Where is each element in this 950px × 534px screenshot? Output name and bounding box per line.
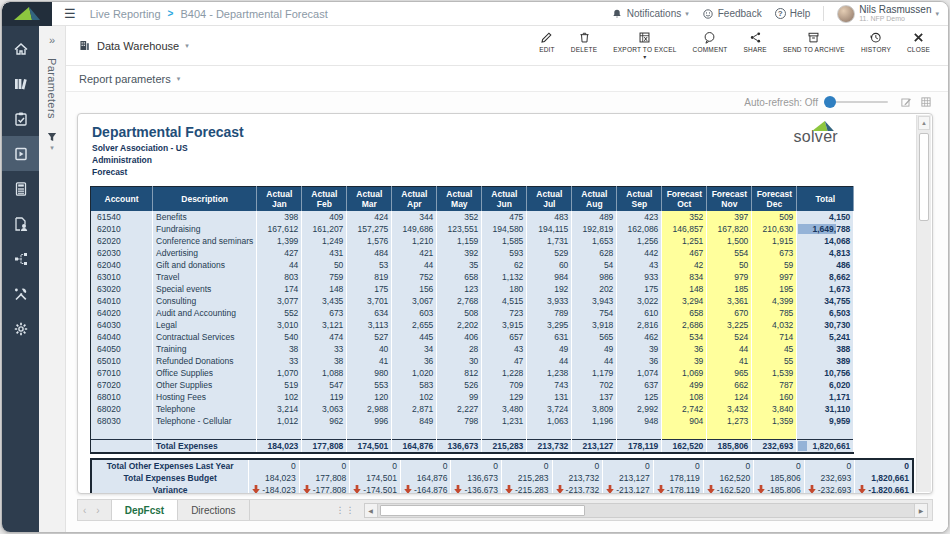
data-source-selector[interactable]: Data Warehouse ▾	[78, 39, 189, 52]
filter-button[interactable]: ▾	[46, 131, 58, 152]
action-delete-button[interactable]: DELETE	[563, 31, 606, 60]
tab-scroll-left-icon[interactable]: ‹	[78, 505, 91, 516]
close-icon	[912, 31, 925, 44]
action-label: DELETE	[571, 46, 598, 53]
account-row[interactable]: 67020Other Supplies519547553583526709743…	[91, 379, 854, 391]
action-edit-button[interactable]: EDIT	[531, 31, 563, 60]
value-cell: 787	[752, 379, 797, 391]
value-cell: 131	[527, 391, 572, 403]
action-export-to-excel-button[interactable]: EXPORT TO EXCEL▾	[605, 31, 684, 60]
account-row[interactable]: 64020Audit and Accounting552673634603508…	[91, 307, 854, 319]
account-cell: 64050	[91, 343, 153, 355]
grid-icon[interactable]	[920, 96, 932, 108]
value-cell: 486	[797, 259, 854, 271]
sidebar-item-settings[interactable]	[2, 311, 39, 346]
delete-icon	[578, 31, 591, 44]
value-cell: 754	[572, 307, 617, 319]
user-menu[interactable]: Nils Rasmussen 11. NFP Demo ▾	[837, 4, 939, 23]
sheet-tab-depfcst[interactable]: DepFcst	[111, 500, 178, 520]
horizontal-scroll-thumb[interactable]	[380, 505, 585, 516]
account-row[interactable]: 64030Legal3,0103,1213,1132,6552,2023,915…	[91, 319, 854, 331]
feedback-button[interactable]: Feedback	[702, 8, 762, 20]
value-cell: 1,273	[707, 415, 752, 427]
down-arrow-icon	[657, 485, 665, 493]
scroll-right-icon[interactable]: ▶	[914, 504, 927, 517]
account-row[interactable]: 64050Training383340342843494939364445388	[91, 343, 854, 355]
account-row[interactable]: 64040Contractual Services540474527445406…	[91, 331, 854, 343]
value-cell: 483	[527, 211, 572, 223]
value-cell: 119	[302, 391, 347, 403]
menu-icon[interactable]: ☰	[64, 7, 76, 20]
action-history-button[interactable]: HISTORY	[853, 31, 899, 60]
chevron-down-icon: ▾	[643, 53, 646, 60]
scroll-left-icon[interactable]: ◀	[365, 504, 378, 517]
sidebar-item-reporting[interactable]	[2, 136, 39, 171]
action-send-to-archive-button[interactable]: SEND TO ARCHIVE	[775, 31, 853, 60]
total-expenses-label: Total Expenses	[153, 439, 257, 453]
value-cell	[797, 427, 854, 439]
value-cell: 628	[572, 247, 617, 259]
sheet-tabs: DepFcstDirections	[111, 500, 250, 520]
sidebar-item-process[interactable]	[2, 241, 39, 276]
tab-scroll-right-icon[interactable]: ›	[91, 505, 104, 516]
help-button[interactable]: ? Help	[775, 8, 811, 19]
down-arrow-icon	[454, 485, 462, 493]
sheet-tab-directions[interactable]: Directions	[178, 500, 249, 520]
value-cell: 3,840	[752, 403, 797, 415]
value-cell: 352	[437, 211, 482, 223]
sidebar-item-budgeting[interactable]	[2, 171, 39, 206]
report-parameters-row[interactable]: Report parameters ▾	[66, 66, 948, 92]
value-cell: 36	[662, 343, 707, 355]
value-cell: 421	[392, 247, 437, 259]
account-row[interactable]: 62020Conference and seminars1,3991,2491,…	[91, 235, 854, 247]
account-row[interactable]: 63020Special events174148175156123180192…	[91, 283, 854, 295]
value-cell: 1,399	[257, 235, 302, 247]
account-row[interactable]: 68020Telephone3,2143,0632,9882,8712,2273…	[91, 403, 854, 415]
account-row[interactable]: 68030Telephone - Cellular1,0129629968497…	[91, 415, 854, 427]
notifications-button[interactable]: Notifications ▾	[611, 8, 689, 20]
account-cell: 64020	[91, 307, 153, 319]
account-row[interactable]: 63010Travel8037598197526581,132984986933…	[91, 271, 854, 283]
splitter-handle[interactable]: ⋮⋮	[336, 505, 356, 515]
solver-logo-icon[interactable]	[2, 2, 52, 26]
account-row[interactable]: 65010Refunded Donations33384136304744443…	[91, 355, 854, 367]
expand-panel-icon[interactable]: »	[49, 35, 55, 46]
account-row[interactable]: 68010Hosting Fees10211912010299129131137…	[91, 391, 854, 403]
slider-knob[interactable]	[824, 96, 836, 108]
account-row[interactable]: 61540Benefits398409424344352475483489423…	[91, 211, 854, 223]
account-row[interactable]: 67010Office Supplies1,0701,0889801,02081…	[91, 367, 854, 379]
description-cell: Benefits	[153, 211, 257, 223]
sidebar-item-data-entry[interactable]	[2, 206, 39, 241]
sidebar-item-home[interactable]	[2, 31, 39, 66]
account-row[interactable]: 64010Consulting3,0773,4353,7013,0672,768…	[91, 295, 854, 307]
action-comment-button[interactable]: COMMENT	[685, 31, 736, 60]
sidebar-item-assignments[interactable]	[2, 101, 39, 136]
vertical-scroll-thumb[interactable]	[919, 133, 929, 221]
value-cell: 965	[707, 367, 752, 379]
action-close-button[interactable]: CLOSE	[899, 31, 938, 60]
account-row[interactable]: 62030Advertising427431484421392593529628…	[91, 247, 854, 259]
breadcrumb-section[interactable]: Live Reporting	[90, 8, 161, 20]
value-cell: 3,077	[257, 295, 302, 307]
account-row[interactable]: 62040Gift and donations44505344356260544…	[91, 259, 854, 271]
value-cell: 120	[347, 391, 392, 403]
account-row[interactable]: 62010Fundraising167,612161,207157,275149…	[91, 223, 854, 235]
value-cell: 540	[257, 331, 302, 343]
scroll-up-icon[interactable]: ▲	[918, 116, 930, 130]
value-cell: 157,275	[347, 223, 392, 235]
auto-refresh-slider[interactable]	[826, 101, 888, 103]
value-cell: 49	[572, 343, 617, 355]
sidebar-item-admin-tools[interactable]	[2, 276, 39, 311]
value-cell: 174	[257, 283, 302, 295]
value-cell: 445	[392, 331, 437, 343]
value-cell: 174,501	[347, 439, 392, 453]
edit-box-icon[interactable]	[900, 96, 912, 108]
sidebar-item-library[interactable]	[2, 66, 39, 101]
action-share-button[interactable]: SHARE	[735, 31, 774, 60]
value-cell: 184,023	[257, 439, 302, 453]
value-cell: 2,768	[437, 295, 482, 307]
smiley-icon	[702, 8, 714, 20]
tools-icon	[13, 286, 29, 302]
vertical-scrollbar[interactable]: ▲	[916, 115, 931, 492]
horizontal-scrollbar[interactable]: ◀ ▶	[364, 503, 928, 518]
